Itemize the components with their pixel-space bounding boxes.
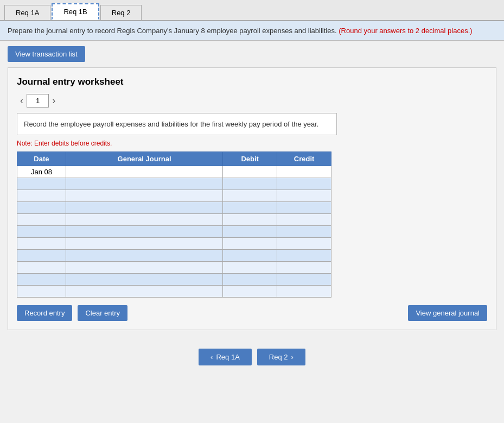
credit-input-10[interactable] <box>277 274 331 285</box>
debit-input-9[interactable] <box>223 262 277 273</box>
journal-input-5[interactable] <box>66 214 222 225</box>
credit-cell-5[interactable] <box>277 214 331 226</box>
journal-cell-10[interactable] <box>66 274 222 286</box>
record-entry-button[interactable]: Record entry <box>17 305 72 321</box>
worksheet-title: Journal entry worksheet <box>17 77 487 87</box>
credit-input-11[interactable] <box>277 286 331 297</box>
journal-input-11[interactable] <box>66 286 222 297</box>
debit-cell-1[interactable] <box>223 166 277 178</box>
bottom-nav: ‹ Req 1A Req 2 › <box>0 338 504 371</box>
credit-cell-9[interactable] <box>277 262 331 274</box>
journal-input-7[interactable] <box>66 238 222 249</box>
table-row <box>17 214 331 226</box>
credit-cell-11[interactable] <box>277 286 331 298</box>
journal-cell-1[interactable] <box>66 166 222 178</box>
credit-cell-2[interactable] <box>277 178 331 190</box>
debit-cell-10[interactable] <box>223 274 277 286</box>
credit-cell-3[interactable] <box>277 190 331 202</box>
debit-cell-7[interactable] <box>223 238 277 250</box>
debit-cell-6[interactable] <box>223 226 277 238</box>
view-general-journal-button[interactable]: View general journal <box>408 305 487 321</box>
bottom-buttons: Record entry Clear entry View general jo… <box>17 305 487 321</box>
credit-input-1[interactable] <box>277 166 331 178</box>
prev-tab-button[interactable]: ‹ <box>17 95 27 106</box>
table-row <box>17 274 331 286</box>
table-row <box>17 178 331 190</box>
info-text: Prepare the journal entry to record Regi… <box>8 27 337 35</box>
credit-input-5[interactable] <box>277 214 331 225</box>
debit-input-6[interactable] <box>223 226 277 237</box>
credit-cell-6[interactable] <box>277 226 331 238</box>
bottom-req1a-button[interactable]: ‹ Req 1A <box>199 349 252 365</box>
credit-input-2[interactable] <box>277 178 331 190</box>
journal-input-4[interactable] <box>66 202 222 213</box>
next-tab-button[interactable]: › <box>49 95 59 106</box>
debit-input-8[interactable] <box>223 250 277 261</box>
credit-cell-7[interactable] <box>277 238 331 250</box>
table-row <box>17 250 331 262</box>
tab-req2[interactable]: Req 2 <box>100 5 142 20</box>
debit-cell-8[interactable] <box>223 250 277 262</box>
date-cell-1: Jan 08 <box>17 166 66 178</box>
chevron-right-icon: › <box>291 353 294 361</box>
journal-cell-8[interactable] <box>66 250 222 262</box>
journal-input-1[interactable] <box>66 166 222 178</box>
clear-entry-button[interactable]: Clear entry <box>78 305 127 321</box>
debit-input-1[interactable] <box>223 166 277 178</box>
table-row <box>17 262 331 274</box>
journal-cell-11[interactable] <box>66 286 222 298</box>
credit-cell-10[interactable] <box>277 274 331 286</box>
debit-input-10[interactable] <box>223 274 277 285</box>
debit-input-2[interactable] <box>223 178 277 190</box>
credit-cell-4[interactable] <box>277 202 331 214</box>
credit-input-4[interactable] <box>277 202 331 213</box>
table-row <box>17 190 331 202</box>
worksheet-tab-number[interactable]: 1 <box>27 94 49 108</box>
journal-cell-6[interactable] <box>66 226 222 238</box>
debit-input-5[interactable] <box>223 214 277 225</box>
view-transaction-button[interactable]: View transaction list <box>8 46 85 62</box>
journal-input-3[interactable] <box>66 190 222 201</box>
tab-req1b[interactable]: Req 1B <box>52 3 99 20</box>
worksheet-tabs: ‹ 1 › <box>17 94 487 108</box>
tab-req1a[interactable]: Req 1A <box>4 5 50 20</box>
credit-input-9[interactable] <box>277 262 331 273</box>
worksheet-container: Journal entry worksheet ‹ 1 › Record the… <box>8 67 496 330</box>
journal-input-9[interactable] <box>66 262 222 273</box>
journal-cell-9[interactable] <box>66 262 222 274</box>
journal-cell-7[interactable] <box>66 238 222 250</box>
table-row <box>17 202 331 214</box>
credit-cell-8[interactable] <box>277 250 331 262</box>
debit-cell-5[interactable] <box>223 214 277 226</box>
debit-cell-9[interactable] <box>223 262 277 274</box>
journal-cell-3[interactable] <box>66 190 222 202</box>
debit-cell-3[interactable] <box>223 190 277 202</box>
table-row <box>17 226 331 238</box>
journal-input-10[interactable] <box>66 274 222 285</box>
credit-input-7[interactable] <box>277 238 331 249</box>
credit-input-6[interactable] <box>277 226 331 237</box>
credit-cell-1[interactable] <box>277 166 331 178</box>
note-text: Note: Enter debits before credits. <box>17 140 487 147</box>
journal-input-8[interactable] <box>66 250 222 261</box>
date-cell-6 <box>17 226 66 238</box>
debit-cell-11[interactable] <box>223 286 277 298</box>
col-general-journal: General Journal <box>66 152 222 166</box>
req1a-label: Req 1A <box>216 353 239 361</box>
debit-cell-4[interactable] <box>223 202 277 214</box>
debit-input-7[interactable] <box>223 238 277 249</box>
date-cell-2 <box>17 178 66 190</box>
debit-input-11[interactable] <box>223 286 277 297</box>
journal-input-6[interactable] <box>66 226 222 237</box>
debit-input-4[interactable] <box>223 202 277 213</box>
debit-cell-2[interactable] <box>223 178 277 190</box>
journal-cell-4[interactable] <box>66 202 222 214</box>
credit-input-8[interactable] <box>277 250 331 261</box>
debit-input-3[interactable] <box>223 190 277 201</box>
journal-input-2[interactable] <box>66 178 222 190</box>
credit-input-3[interactable] <box>277 190 331 201</box>
journal-cell-5[interactable] <box>66 214 222 226</box>
journal-cell-2[interactable] <box>66 178 222 190</box>
bottom-req2-button[interactable]: Req 2 › <box>257 349 305 365</box>
toolbar: View transaction list <box>0 41 504 67</box>
